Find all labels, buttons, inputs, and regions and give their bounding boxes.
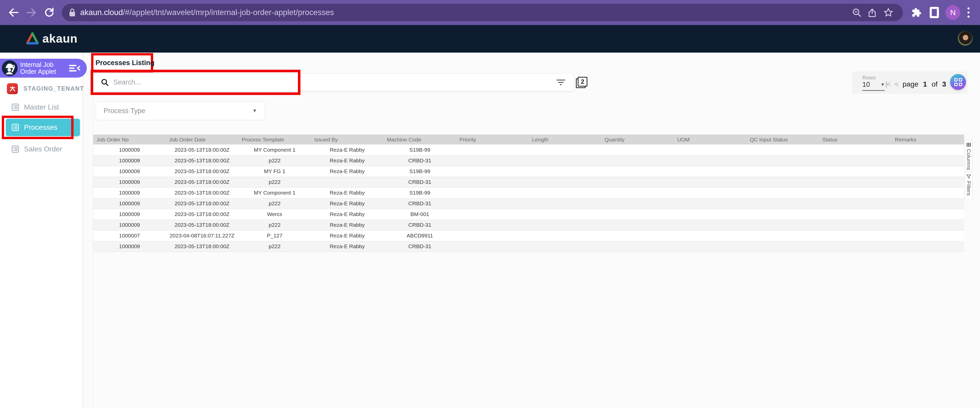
browser-profile-avatar[interactable]: N xyxy=(943,3,963,21)
zoom-out-icon[interactable] xyxy=(849,5,865,21)
table-row[interactable]: 10000092023-05-13T18:00:00Zp222Reza-E Ra… xyxy=(93,220,964,230)
table-row[interactable]: 10000092023-05-13T18:00:00Zp222CRBD-31 xyxy=(93,177,964,187)
table-cell xyxy=(529,241,601,252)
reload-icon[interactable] xyxy=(40,3,58,21)
column-header[interactable]: UOM xyxy=(674,135,746,145)
table-cell: Reza-E Rabby xyxy=(311,155,383,166)
table-cell: 2023-05-13T18:00:00Z xyxy=(165,155,238,166)
table-cell xyxy=(601,155,674,166)
table-cell: Reza-E Rabby xyxy=(311,187,383,198)
side-panel-icon[interactable] xyxy=(925,3,943,21)
sidebar-item-tenant[interactable]: STAGING_TENANT xyxy=(0,83,83,94)
address-bar[interactable]: akaun.cloud/#/applet/tnt/wavelet/mrp/int… xyxy=(62,4,903,21)
column-header[interactable]: Status xyxy=(819,135,891,145)
table-cell xyxy=(892,155,964,166)
sidebar-item-label: Master List xyxy=(24,103,59,111)
column-header[interactable]: QC Input Status xyxy=(746,135,819,145)
table-cell xyxy=(674,187,746,198)
table-cell: p222 xyxy=(239,241,311,252)
table-cell: 2023-05-13T18:00:00Z xyxy=(165,209,238,220)
column-header[interactable]: Job Order No xyxy=(93,135,165,145)
table-row[interactable]: 10000092023-05-13T18:00:00Zp222Reza-E Ra… xyxy=(93,198,964,209)
column-header[interactable]: Length xyxy=(529,135,601,145)
extensions-puzzle-icon[interactable] xyxy=(907,3,925,21)
table-cell: 2023-05-13T18:00:00Z xyxy=(165,145,238,155)
back-icon[interactable] xyxy=(5,3,22,21)
share-icon[interactable] xyxy=(865,5,880,21)
rows-per-page-value: 10 xyxy=(862,81,870,89)
table-cell xyxy=(529,198,601,209)
sidebar-item-master-list[interactable]: Master List xyxy=(0,100,83,114)
apps-grid-button[interactable] xyxy=(950,74,966,90)
first-page-button[interactable]: |< xyxy=(885,80,890,88)
table-cell xyxy=(456,230,529,241)
table-cell: S19B-99 xyxy=(383,166,456,177)
column-header[interactable]: Process Template xyxy=(239,135,311,145)
table-row[interactable]: 10000092023-05-13T18:00:00ZMY Component … xyxy=(93,187,964,198)
table-cell: ABCD9911 xyxy=(383,230,456,241)
table-cell xyxy=(892,198,964,209)
forward-icon[interactable] xyxy=(22,3,40,21)
tenant-icon xyxy=(7,83,18,94)
table-cell: MY Component 1 xyxy=(239,145,311,155)
filter-icon[interactable] xyxy=(555,78,567,86)
rows-per-page-select[interactable]: 10 ▼ xyxy=(862,81,885,91)
worker-wrench-icon xyxy=(2,60,18,76)
table-row[interactable]: 10000072023-04-08T16:07:11.227ZP_127Reza… xyxy=(93,230,964,241)
akaun-logo[interactable]: akaun xyxy=(25,32,78,45)
list-icon xyxy=(11,123,19,131)
table-row[interactable]: 10000092023-05-13T18:00:00Zp222Reza-E Ra… xyxy=(93,155,964,166)
list-icon xyxy=(11,145,19,153)
sidebar-item-sales-order[interactable]: Sales Order xyxy=(0,142,83,156)
table-header-row: Job Order NoJob Order DateProcess Templa… xyxy=(93,135,964,145)
table-cell xyxy=(892,166,964,177)
table-cell: Reza-E Rabby xyxy=(311,230,383,241)
applet-header[interactable]: Internal Job Order Applet xyxy=(0,59,87,78)
column-header[interactable]: Priority xyxy=(456,135,529,145)
main-content: Processes Listing 2 Rows 10 ▼ |< < page … xyxy=(84,53,980,408)
browser-menu-icon[interactable] xyxy=(963,3,974,21)
user-avatar[interactable] xyxy=(958,31,973,46)
table-cell xyxy=(746,177,819,187)
table-cell xyxy=(601,209,674,220)
table-cell: 1000009 xyxy=(93,155,165,166)
sidebar: Internal Job Order Applet STAGING_TENANT xyxy=(0,53,83,408)
column-header[interactable]: Job Order Date xyxy=(165,135,238,145)
columns-tab[interactable]: Columns xyxy=(965,140,973,170)
column-header[interactable]: Quantity xyxy=(601,135,674,145)
search-icon xyxy=(100,78,109,87)
browser-toolbar: akaun.cloud/#/applet/tnt/wavelet/mrp/int… xyxy=(0,0,980,25)
table-cell xyxy=(674,155,746,166)
table-row[interactable]: 10000092023-05-13T18:00:00Zp222Reza-E Ra… xyxy=(93,241,964,252)
sidebar-collapse-icon[interactable] xyxy=(69,64,80,73)
table-cell xyxy=(456,198,529,209)
prev-page-button[interactable]: < xyxy=(894,80,898,88)
table-cell: Reza-E Rabby xyxy=(311,166,383,177)
table-row[interactable]: 10000092023-05-13T18:00:00ZMY FG 1Reza-E… xyxy=(93,166,964,177)
table-cell: MY FG 1 xyxy=(239,166,311,177)
table-cell xyxy=(892,241,964,252)
table-cell xyxy=(601,230,674,241)
filters-tab[interactable]: Filters xyxy=(965,172,973,200)
layers-2-icon[interactable]: 2 xyxy=(576,77,588,89)
table-cell: Reza-E Rabby xyxy=(311,209,383,220)
table-cell xyxy=(456,209,529,220)
column-header[interactable]: Remarks xyxy=(892,135,964,145)
table-cell: 1000009 xyxy=(93,198,165,209)
search-input[interactable] xyxy=(113,78,555,86)
table-cell xyxy=(674,220,746,230)
table-cell: P_127 xyxy=(239,230,311,241)
table-cell: 1000007 xyxy=(93,230,165,241)
table-row[interactable]: 10000092023-05-13T18:00:00ZWercsReza-E R… xyxy=(93,209,964,220)
column-header[interactable]: Issued By xyxy=(311,135,383,145)
table-cell: 2023-05-13T18:00:00Z xyxy=(165,177,238,187)
table-row[interactable]: 10000092023-05-13T18:00:00ZMY Component … xyxy=(93,145,964,155)
process-type-select[interactable]: Process Type ▼ xyxy=(96,101,265,120)
column-header[interactable]: Machine Code xyxy=(383,135,456,145)
table-cell xyxy=(456,166,529,177)
bookmark-star-icon[interactable] xyxy=(880,5,896,21)
tenant-label: STAGING_TENANT xyxy=(24,85,84,92)
table-cell xyxy=(892,220,964,230)
sidebar-item-processes[interactable]: Processes xyxy=(6,119,80,136)
sidebar-item-label: Sales Order xyxy=(24,145,62,153)
